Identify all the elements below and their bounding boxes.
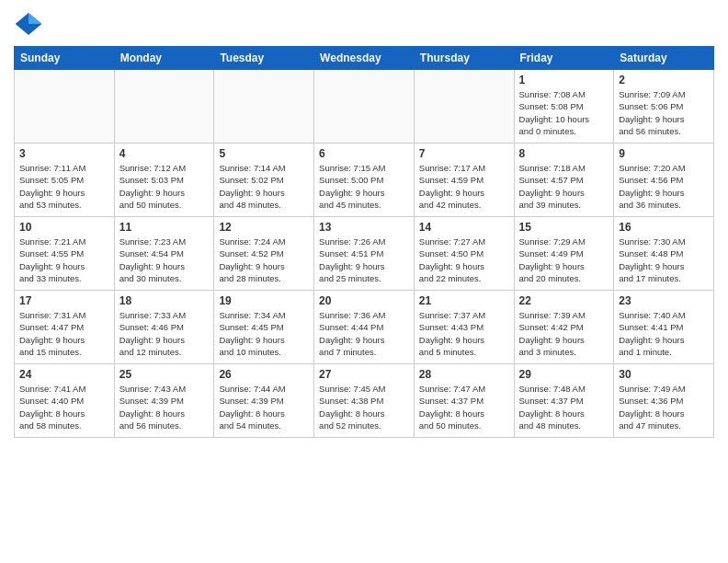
day-info: Sunrise: 7:12 AMSunset: 5:03 PMDaylight:… [119,162,210,211]
day-info: Sunrise: 7:14 AMSunset: 5:02 PMDaylight:… [219,162,309,211]
calendar-cell: 8Sunrise: 7:18 AMSunset: 4:57 PMDaylight… [514,144,614,217]
weekday-header-monday: Monday [114,47,214,70]
day-info: Sunrise: 7:44 AMSunset: 4:39 PMDaylight:… [219,383,309,431]
day-number: 23 [619,294,709,307]
day-info: Sunrise: 7:26 AMSunset: 4:51 PMDaylight:… [319,236,409,284]
day-number: 10 [19,221,109,234]
day-info: Sunrise: 7:49 AMSunset: 4:36 PMDaylight:… [619,383,709,431]
day-info: Sunrise: 7:27 AMSunset: 4:50 PMDaylight:… [419,236,509,284]
calendar-cell: 16Sunrise: 7:30 AMSunset: 4:48 PMDayligh… [614,217,714,291]
day-info: Sunrise: 7:43 AMSunset: 4:39 PMDaylight:… [119,383,210,431]
calendar-cell: 11Sunrise: 7:23 AMSunset: 4:54 PMDayligh… [114,217,214,291]
calendar-cell: 5Sunrise: 7:14 AMSunset: 5:02 PMDaylight… [214,144,314,217]
day-number: 9 [619,147,709,160]
day-number: 24 [19,368,109,381]
day-number: 27 [319,368,409,381]
day-info: Sunrise: 7:20 AMSunset: 4:56 PMDaylight:… [619,162,709,211]
day-number: 29 [519,368,609,381]
day-number: 3 [19,147,109,160]
calendar-cell: 24Sunrise: 7:41 AMSunset: 4:40 PMDayligh… [15,364,115,438]
calendar-body: 1Sunrise: 7:08 AMSunset: 5:08 PMDaylight… [15,70,714,438]
day-info: Sunrise: 7:29 AMSunset: 4:49 PMDaylight:… [519,236,609,284]
day-info: Sunrise: 7:11 AMSunset: 5:05 PMDaylight:… [19,162,109,211]
calendar-cell: 15Sunrise: 7:29 AMSunset: 4:49 PMDayligh… [514,217,614,291]
calendar-cell: 20Sunrise: 7:36 AMSunset: 4:44 PMDayligh… [314,291,415,364]
weekday-header-wednesday: Wednesday [314,47,415,70]
calendar-header: SundayMondayTuesdayWednesdayThursdayFrid… [15,47,714,70]
weekday-header-thursday: Thursday [414,47,514,70]
day-info: Sunrise: 7:09 AMSunset: 5:06 PMDaylight:… [619,88,709,137]
day-info: Sunrise: 7:18 AMSunset: 4:57 PMDaylight:… [519,162,609,211]
header [14,9,714,39]
day-info: Sunrise: 7:39 AMSunset: 4:42 PMDaylight:… [519,309,609,358]
calendar-cell: 21Sunrise: 7:37 AMSunset: 4:43 PMDayligh… [414,291,514,364]
day-number: 1 [519,74,609,86]
day-number: 22 [519,294,609,307]
calendar-cell: 19Sunrise: 7:34 AMSunset: 4:45 PMDayligh… [214,291,314,364]
day-number: 7 [419,147,509,160]
svg-marker-1 [28,13,41,24]
calendar-cell [214,70,314,144]
calendar-week-3: 17Sunrise: 7:31 AMSunset: 4:47 PMDayligh… [15,291,714,364]
calendar-cell: 29Sunrise: 7:48 AMSunset: 4:37 PMDayligh… [514,364,614,438]
calendar-cell: 4Sunrise: 7:12 AMSunset: 5:03 PMDaylight… [114,144,214,217]
weekday-header-tuesday: Tuesday [214,47,314,70]
day-number: 28 [419,368,509,381]
day-info: Sunrise: 7:30 AMSunset: 4:48 PMDaylight:… [619,236,709,284]
day-info: Sunrise: 7:45 AMSunset: 4:38 PMDaylight:… [319,383,409,431]
weekday-header-saturday: Saturday [614,47,714,70]
day-number: 6 [319,147,409,160]
calendar-cell: 25Sunrise: 7:43 AMSunset: 4:39 PMDayligh… [114,364,214,438]
calendar-week-2: 10Sunrise: 7:21 AMSunset: 4:55 PMDayligh… [15,217,714,291]
calendar-cell: 10Sunrise: 7:21 AMSunset: 4:55 PMDayligh… [15,217,115,291]
calendar-week-4: 24Sunrise: 7:41 AMSunset: 4:40 PMDayligh… [15,364,714,438]
weekday-header-sunday: Sunday [15,47,115,70]
calendar-cell: 22Sunrise: 7:39 AMSunset: 4:42 PMDayligh… [514,291,614,364]
day-info: Sunrise: 7:40 AMSunset: 4:41 PMDaylight:… [619,309,709,358]
day-number: 25 [119,368,210,381]
day-info: Sunrise: 7:08 AMSunset: 5:08 PMDaylight:… [519,88,609,137]
day-info: Sunrise: 7:47 AMSunset: 4:37 PMDaylight:… [419,383,509,431]
day-number: 16 [619,221,709,234]
day-number: 18 [119,294,210,307]
day-info: Sunrise: 7:24 AMSunset: 4:52 PMDaylight:… [219,236,309,284]
day-info: Sunrise: 7:23 AMSunset: 4:54 PMDaylight:… [119,236,210,284]
day-number: 4 [119,147,210,160]
weekday-header-row: SundayMondayTuesdayWednesdayThursdayFrid… [15,47,714,70]
day-info: Sunrise: 7:41 AMSunset: 4:40 PMDaylight:… [19,383,109,431]
day-info: Sunrise: 7:15 AMSunset: 5:00 PMDaylight:… [319,162,409,211]
calendar-cell: 3Sunrise: 7:11 AMSunset: 5:05 PMDaylight… [15,144,115,217]
calendar-cell: 28Sunrise: 7:47 AMSunset: 4:37 PMDayligh… [414,364,514,438]
day-info: Sunrise: 7:36 AMSunset: 4:44 PMDaylight:… [319,309,409,358]
day-info: Sunrise: 7:17 AMSunset: 4:59 PMDaylight:… [419,162,509,211]
day-info: Sunrise: 7:48 AMSunset: 4:37 PMDaylight:… [519,383,609,431]
day-info: Sunrise: 7:31 AMSunset: 4:47 PMDaylight:… [19,309,109,358]
weekday-header-friday: Friday [514,47,614,70]
day-number: 19 [219,294,309,307]
calendar-cell: 23Sunrise: 7:40 AMSunset: 4:41 PMDayligh… [614,291,714,364]
day-number: 26 [219,368,309,381]
calendar-cell [15,70,115,144]
calendar-cell: 9Sunrise: 7:20 AMSunset: 4:56 PMDaylight… [614,144,714,217]
day-number: 13 [319,221,409,234]
calendar-cell: 2Sunrise: 7:09 AMSunset: 5:06 PMDaylight… [614,70,714,144]
calendar-cell: 18Sunrise: 7:33 AMSunset: 4:46 PMDayligh… [114,291,214,364]
calendar-cell [114,70,214,144]
calendar-cell: 12Sunrise: 7:24 AMSunset: 4:52 PMDayligh… [214,217,314,291]
day-number: 12 [219,221,309,234]
day-info: Sunrise: 7:37 AMSunset: 4:43 PMDaylight:… [419,309,509,358]
day-info: Sunrise: 7:33 AMSunset: 4:46 PMDaylight:… [119,309,210,358]
day-number: 20 [319,294,409,307]
calendar-cell: 13Sunrise: 7:26 AMSunset: 4:51 PMDayligh… [314,217,415,291]
calendar-cell [414,70,514,144]
calendar-cell: 7Sunrise: 7:17 AMSunset: 4:59 PMDaylight… [414,144,514,217]
day-number: 14 [419,221,509,234]
day-number: 2 [619,74,709,86]
page: SundayMondayTuesdayWednesdayThursdayFrid… [0,0,728,452]
day-number: 21 [419,294,509,307]
calendar-cell [314,70,415,144]
day-number: 17 [19,294,109,307]
day-number: 15 [519,221,609,234]
calendar-cell: 6Sunrise: 7:15 AMSunset: 5:00 PMDaylight… [314,144,415,217]
day-number: 30 [619,368,709,381]
